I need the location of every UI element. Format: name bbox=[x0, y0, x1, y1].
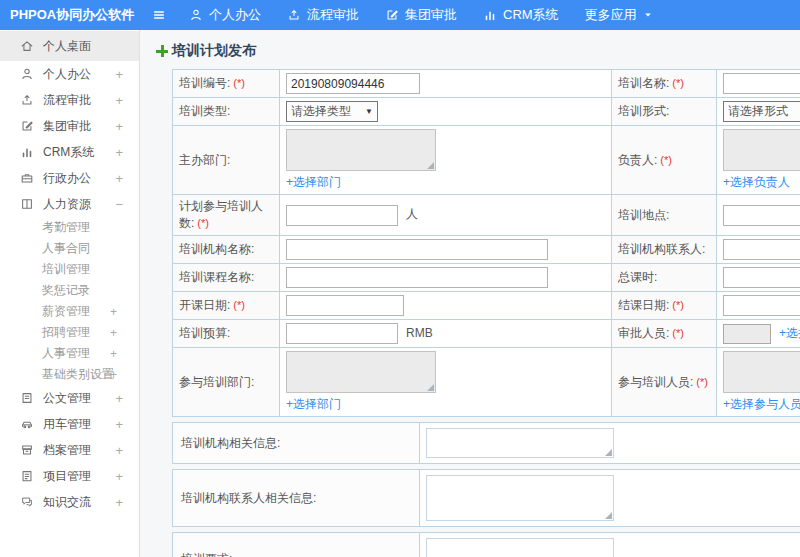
sidebar-subitem-base-category[interactable]: 基础类别设置+ bbox=[0, 364, 139, 385]
training-place-label-text: 培训地点: bbox=[618, 208, 669, 222]
training-type-label: 培训类型: bbox=[173, 98, 280, 126]
org-name-field bbox=[280, 236, 612, 264]
course-name-input[interactable] bbox=[286, 267, 548, 288]
sidebar-item-label: 人力资源 bbox=[43, 196, 91, 213]
caret-down-icon bbox=[643, 10, 653, 20]
topnav-item-crm-system[interactable]: CRM系统 bbox=[470, 0, 572, 30]
start-date-input[interactable] bbox=[286, 295, 404, 316]
sidebar-subitem-personnel[interactable]: 人事管理+ bbox=[0, 343, 139, 364]
expand-toggle[interactable]: + bbox=[115, 171, 123, 186]
org-name-input[interactable] bbox=[286, 239, 548, 260]
sidebar-item-group-approval[interactable]: 集团审批+ bbox=[0, 113, 139, 139]
approver-label: 审批人员:(*) bbox=[612, 320, 717, 348]
topnav-item-more-apps[interactable]: 更多应用 bbox=[572, 0, 666, 30]
expand-toggle[interactable]: + bbox=[115, 93, 123, 108]
expand-toggle[interactable]: + bbox=[115, 469, 123, 484]
expand-toggle[interactable]: + bbox=[115, 67, 123, 82]
sidebar-toggle-button[interactable] bbox=[142, 0, 176, 30]
expand-toggle[interactable]: + bbox=[115, 391, 123, 406]
expand-toggle[interactable]: + bbox=[115, 495, 123, 510]
join-person-picker-link[interactable]: +选择参与人员 bbox=[723, 396, 800, 413]
topnav-item-personal-office[interactable]: 个人办公 bbox=[176, 0, 274, 30]
org-info-field bbox=[420, 423, 800, 463]
join-dept-picker-link[interactable]: +选择部门 bbox=[286, 396, 341, 413]
org-contact-field bbox=[717, 236, 800, 264]
expand-toggle[interactable]: + bbox=[115, 417, 123, 432]
join-person-textarea[interactable] bbox=[723, 351, 800, 393]
sidebar-subitem-training[interactable]: 培训管理 bbox=[0, 259, 139, 280]
topnav-item-label: 集团审批 bbox=[405, 6, 457, 24]
org-info-textarea[interactable] bbox=[426, 428, 614, 458]
sidebar-subitem-attendance[interactable]: 考勤管理 bbox=[0, 217, 139, 238]
required-marker: (*) bbox=[660, 154, 672, 166]
form-row: 计划参与培训人数:(*)人培训地点: bbox=[173, 195, 800, 236]
host-dept-picker-link[interactable]: +选择部门 bbox=[286, 174, 341, 191]
org-info-label-text: 培训机构相关信息: bbox=[181, 435, 280, 452]
training-name-input[interactable] bbox=[723, 73, 800, 94]
leader-picker-link[interactable]: +选择负责人 bbox=[723, 174, 790, 191]
sidebar-subitem-label: 培训管理 bbox=[42, 261, 90, 278]
required-marker: (*) bbox=[233, 299, 245, 311]
sidebar-item-official-doc[interactable]: 公文管理+ bbox=[0, 385, 139, 411]
expand-toggle[interactable]: + bbox=[110, 305, 117, 319]
sidebar-subitem-salary[interactable]: 薪资管理+ bbox=[0, 301, 139, 322]
sidebar-subitem-reward-record[interactable]: 奖惩记录 bbox=[0, 280, 139, 301]
required-marker: (*) bbox=[197, 217, 209, 229]
total-hours-input[interactable] bbox=[723, 267, 800, 288]
training-place-input[interactable] bbox=[723, 205, 800, 226]
sidebar-item-personal-desktop[interactable]: 个人桌面 bbox=[0, 31, 139, 61]
sidebar-item-workflow-approval[interactable]: 流程审批+ bbox=[0, 87, 139, 113]
expand-toggle[interactable]: + bbox=[115, 145, 123, 160]
approver-picker-link[interactable]: +选择审批人员 bbox=[779, 325, 800, 342]
training-form-select[interactable]: 请选择形式▼ bbox=[723, 101, 800, 122]
join-dept-textarea[interactable] bbox=[286, 351, 436, 393]
topnav-item-group-approval[interactable]: 集团审批 bbox=[372, 0, 470, 30]
training-type-select[interactable]: 请选择类型▼ bbox=[286, 101, 378, 122]
sidebar-item-knowledge[interactable]: 知识交流+ bbox=[0, 489, 139, 515]
budget-input[interactable] bbox=[286, 323, 398, 344]
upload-icon bbox=[287, 8, 301, 22]
sidebar-item-archive[interactable]: 档案管理+ bbox=[0, 437, 139, 463]
leader-label: 负责人:(*) bbox=[612, 126, 717, 195]
sidebar-item-personal-office[interactable]: 个人办公+ bbox=[0, 61, 139, 87]
training-no-label-text: 培训编号: bbox=[179, 76, 230, 90]
approver-input[interactable] bbox=[723, 324, 771, 344]
expand-toggle[interactable]: + bbox=[115, 443, 123, 458]
training-require-textarea[interactable] bbox=[426, 538, 614, 557]
chart-icon bbox=[483, 8, 497, 22]
sidebar-subitem-hr-contract[interactable]: 人事合同 bbox=[0, 238, 139, 259]
total-hours-label-text: 总课时: bbox=[618, 270, 657, 284]
sidebar-subitem-label: 人事合同 bbox=[42, 240, 90, 257]
end-date-label-text: 结课日期: bbox=[618, 298, 669, 312]
leader-textarea[interactable] bbox=[723, 129, 800, 171]
archive-icon bbox=[20, 443, 34, 457]
form-row-org-info: 培训机构相关信息: bbox=[172, 422, 800, 464]
expand-toggle[interactable]: + bbox=[110, 326, 117, 340]
edit-icon bbox=[20, 119, 34, 133]
topnav-item-label: 流程审批 bbox=[307, 6, 359, 24]
expand-toggle[interactable]: − bbox=[115, 197, 123, 212]
project-icon bbox=[20, 469, 34, 483]
sidebar-subitem-recruitment[interactable]: 招聘管理+ bbox=[0, 322, 139, 343]
expand-toggle[interactable]: + bbox=[110, 347, 117, 361]
expand-toggle[interactable]: + bbox=[110, 368, 117, 382]
org-contact-input[interactable] bbox=[723, 239, 800, 260]
planned-count-input[interactable] bbox=[286, 205, 398, 226]
join-person-label-text: 参与培训人员: bbox=[618, 375, 693, 389]
expand-toggle[interactable]: + bbox=[115, 119, 123, 134]
sidebar-item-project[interactable]: 项目管理+ bbox=[0, 463, 139, 489]
host-dept-textarea[interactable] bbox=[286, 129, 436, 171]
training-no-input[interactable] bbox=[286, 73, 420, 94]
sidebar-item-vehicle[interactable]: 用车管理+ bbox=[0, 411, 139, 437]
sidebar-item-crm-system[interactable]: CRM系统+ bbox=[0, 139, 139, 165]
sidebar-item-hr[interactable]: 人力资源− bbox=[0, 191, 139, 217]
host-dept-label: 主办部门: bbox=[173, 126, 280, 195]
end-date-input[interactable] bbox=[723, 295, 800, 316]
doc-icon bbox=[20, 391, 34, 405]
topnav-item-workflow-approval[interactable]: 流程审批 bbox=[274, 0, 372, 30]
sidebar-item-label: 流程审批 bbox=[43, 92, 91, 109]
form-bottom-rows: 培训机构相关信息:培训机构联系人相关信息:培训要求:附件文档:+附件上传 bbox=[172, 422, 800, 557]
add-icon bbox=[156, 45, 168, 57]
sidebar-item-admin-office[interactable]: 行政办公+ bbox=[0, 165, 139, 191]
org-contact-info-textarea[interactable] bbox=[426, 475, 614, 521]
